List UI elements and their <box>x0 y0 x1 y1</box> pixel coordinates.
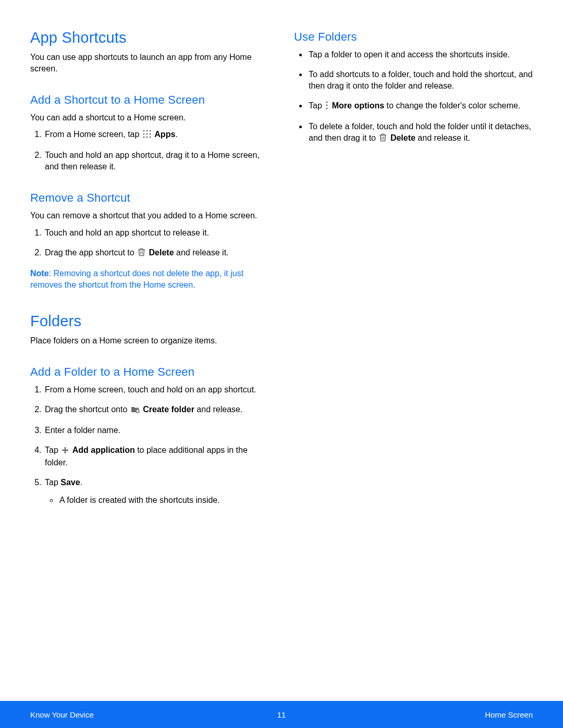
text-fragment: Tap <box>309 101 324 110</box>
svg-point-7 <box>146 137 148 138</box>
text-bold: Delete <box>390 133 415 142</box>
text-fragment: : Removing a shortcut does not delete th… <box>30 269 243 289</box>
list-item: Drag the app shortcut to Delete and rele… <box>44 247 269 260</box>
text-folders-intro: Place folders on a Home screen to organi… <box>30 335 269 347</box>
list-use-folders: Tap a folder to open it and access the s… <box>294 49 533 145</box>
svg-point-0 <box>143 130 144 132</box>
text-fragment: to change the folder's color scheme. <box>384 101 520 110</box>
svg-point-2 <box>149 130 151 132</box>
footer-right: Home Screen <box>485 710 533 719</box>
heading-use-folders: Use Folders <box>294 30 533 44</box>
left-column: App Shortcuts You can use app shortcuts … <box>30 29 269 514</box>
list-add-shortcut: From a Home screen, tap Apps. Touch and … <box>30 129 269 172</box>
list-item: To delete a folder, touch and hold the f… <box>308 121 533 145</box>
page-content: App Shortcuts You can use app shortcuts … <box>0 0 563 514</box>
text-fragment: and release. <box>194 405 243 414</box>
heading-remove-shortcut: Remove a Shortcut <box>30 191 269 205</box>
text-remove-shortcut-intro: You can remove a shortcut that you added… <box>30 210 269 221</box>
more-options-icon <box>325 101 328 113</box>
text-bold: Apps <box>154 130 175 139</box>
svg-point-12 <box>326 108 328 109</box>
create-folder-icon <box>131 405 140 416</box>
list-item: To add shortcuts to a folder, touch and … <box>308 69 533 92</box>
text-bold: Create folder <box>143 405 194 414</box>
list-remove-shortcut: Touch and hold an app shortcut to releas… <box>30 227 269 260</box>
note-label: Note <box>30 269 49 278</box>
footer-left: Know Your Device <box>30 710 94 719</box>
svg-point-1 <box>146 130 148 132</box>
delete-icon <box>379 133 387 145</box>
list-item: From a Home screen, tap Apps. <box>44 129 269 141</box>
heading-folders: Folders <box>30 313 269 330</box>
sub-list: A folder is created with the shortcuts i… <box>45 495 269 506</box>
text-fragment: Drag the shortcut onto <box>45 405 130 414</box>
svg-point-11 <box>326 105 328 106</box>
list-item: From a Home screen, touch and hold on an… <box>44 384 269 396</box>
text-fragment: . <box>175 130 177 139</box>
svg-point-6 <box>143 137 144 138</box>
list-item: Tap More options to change the folder's … <box>308 100 533 113</box>
svg-point-10 <box>326 102 328 103</box>
text-fragment: Tap <box>45 478 60 487</box>
list-item: Touch and hold an app shortcut, drag it … <box>44 150 269 172</box>
page-footer: Know Your Device 11 Home Screen <box>0 701 563 728</box>
footer-page-number: 11 <box>277 710 286 719</box>
list-item: Touch and hold an app shortcut to releas… <box>44 227 269 239</box>
text-fragment: and release it. <box>174 248 229 257</box>
text-bold: Add application <box>72 446 135 454</box>
text-fragment: . <box>80 478 82 487</box>
list-item: Tap Save. A folder is created with the s… <box>44 477 269 506</box>
svg-point-3 <box>143 133 144 135</box>
svg-point-8 <box>149 137 151 138</box>
text-add-shortcut-intro: You can add a shortcut to a Home screen. <box>30 112 269 124</box>
text-fragment: and release it. <box>415 133 470 142</box>
text-fragment: From a Home screen, tap <box>45 130 142 139</box>
text-fragment: Tap <box>45 446 60 454</box>
heading-add-shortcut: Add a Shortcut to a Home Screen <box>30 93 269 107</box>
list-item: Enter a folder name. <box>44 425 269 436</box>
delete-icon <box>138 248 145 260</box>
list-item: A folder is created with the shortcuts i… <box>58 495 269 506</box>
note-text: Note: Removing a shortcut does not delet… <box>30 268 269 291</box>
heading-app-shortcuts: App Shortcuts <box>30 29 269 46</box>
text-bold: Delete <box>149 248 174 257</box>
plus-icon <box>62 446 69 457</box>
text-app-shortcuts-intro: You can use app shortcuts to launch an a… <box>30 52 269 75</box>
text-bold: More options <box>332 101 384 110</box>
text-bold: Save <box>60 478 80 487</box>
apps-icon <box>143 130 151 141</box>
text-fragment: Drag the app shortcut to <box>45 248 137 257</box>
svg-point-4 <box>146 133 148 135</box>
list-add-folder: From a Home screen, touch and hold on an… <box>30 384 269 507</box>
svg-point-5 <box>149 133 151 135</box>
list-item: Drag the shortcut onto Create folder and… <box>44 404 269 416</box>
heading-add-folder: Add a Folder to a Home Screen <box>30 365 269 379</box>
right-column: Use Folders Tap a folder to open it and … <box>294 29 533 514</box>
list-item: Tap a folder to open it and access the s… <box>308 49 533 60</box>
list-item: Tap Add application to place additional … <box>44 445 269 468</box>
